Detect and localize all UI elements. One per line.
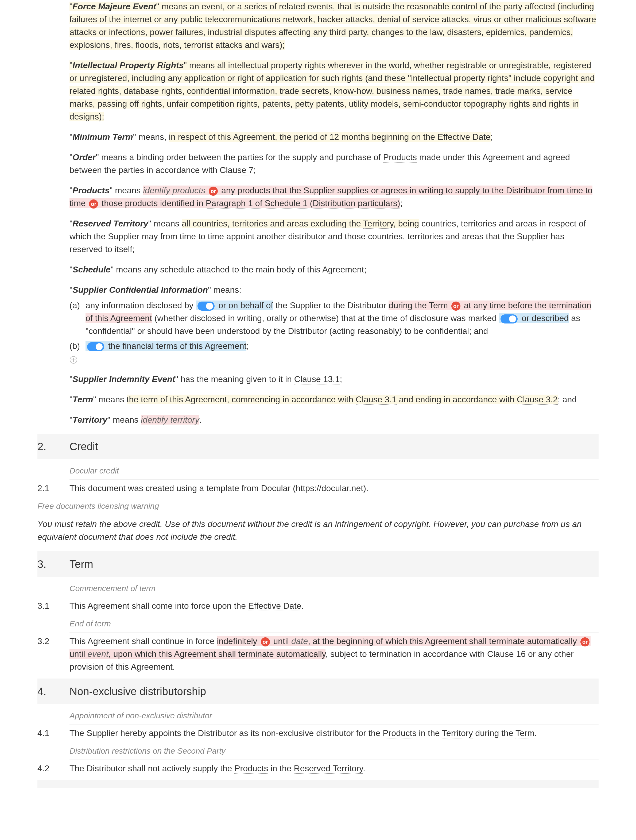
date-field[interactable]: date [291, 636, 308, 646]
def-body: " means any schedule attached to the mai… [111, 265, 367, 274]
definition-term: "Term" means the term of this Agreement,… [38, 393, 598, 406]
products-link[interactable]: Products [383, 728, 416, 738]
section-note: Distribution restrictions on the Second … [38, 745, 598, 757]
def-term: Supplier Confidential Information [72, 285, 208, 295]
clause-3-1-link[interactable]: Clause 3.1 [356, 395, 397, 405]
sci-item-a: (a) any information disclosed by or on b… [69, 299, 598, 337]
divider [69, 597, 598, 597]
section-2-header: 2. Credit [38, 434, 598, 459]
event-field[interactable]: event [88, 649, 109, 659]
or-badge[interactable]: or [89, 199, 98, 208]
section-number: 3. [38, 556, 69, 572]
clause-3-1: 3.1 This Agreement shall come into force… [38, 599, 598, 612]
def-term: Products [72, 186, 110, 195]
identify-territory-field[interactable]: identify territory [141, 415, 199, 425]
or-badge[interactable]: or [261, 637, 270, 646]
territory-link[interactable]: Territory [442, 728, 473, 738]
clause-4-1: 4.1 The Supplier hereby appoints the Dis… [38, 726, 598, 739]
def-term: Schedule [72, 265, 110, 274]
clause-content: This document was created using a templa… [69, 482, 598, 494]
definition-ip-rights: "Intellectual Property Rights" means all… [38, 59, 598, 123]
section-note: Docular credit [38, 465, 598, 477]
toggle-switch[interactable] [87, 342, 104, 351]
def-term: Order [72, 152, 96, 162]
or-badge[interactable]: or [581, 637, 589, 646]
reserved-territory-link[interactable]: Reserved Territory [294, 764, 363, 774]
sci-item-b: (b) the financial terms of this Agreemen… [69, 339, 598, 352]
divider [38, 515, 598, 515]
section-title: Term [69, 556, 93, 572]
clause-number: 4.2 [38, 762, 69, 775]
section-number: 4. [38, 683, 69, 699]
clause-number: 2.1 [38, 482, 69, 494]
section-note: Appointment of non-exclusive distributor [38, 709, 598, 722]
definition-supplier-indemnity: "Supplier Indemnity Event" has the meani… [38, 373, 598, 385]
clause-13-1-link[interactable]: Clause 13.1 [294, 374, 340, 384]
definition-supplier-ci: "Supplier Confidential Information" mean… [38, 283, 598, 296]
clause-3-2-link[interactable]: Clause 3.2 [517, 395, 558, 405]
definition-minimum-term: "Minimum Term" means, in respect of this… [38, 131, 598, 143]
divider [69, 479, 598, 480]
clause-4-2: 4.2 The Distributor shall not actively s… [38, 762, 598, 775]
definition-reserved-territory: "Reserved Territory" means all countries… [38, 217, 598, 256]
section-3-header: 3. Term [38, 551, 598, 577]
section-title: Credit [69, 439, 98, 455]
definition-schedule: "Schedule" means any schedule attached t… [38, 263, 598, 276]
or-badge[interactable]: or [209, 186, 218, 196]
definition-territory: "Territory" means identify territory. [38, 413, 598, 426]
warning-title: Free documents licensing warning [38, 500, 598, 512]
toggle-switch[interactable] [501, 314, 518, 324]
definition-force-majeure: "Force Majeure Event" means an event, or… [38, 0, 598, 51]
def-term: Intellectual Property Rights [72, 60, 184, 70]
divider [69, 632, 598, 633]
section-4-header: 4. Non-exclusive distributorship [38, 679, 598, 704]
def-term: Force Majeure Event [72, 2, 156, 11]
def-term: Territory [72, 415, 107, 425]
toggle-switch[interactable] [197, 302, 214, 311]
list-marker: (b) [69, 339, 85, 352]
section-number: 2. [38, 439, 69, 455]
clause-number: 3.2 [38, 635, 69, 673]
or-badge[interactable]: or [451, 302, 460, 311]
divider [69, 759, 598, 760]
section-note: Commencement of term [38, 582, 598, 594]
clause-3-2: 3.2 This Agreement shall continue in for… [38, 635, 598, 673]
def-term: Minimum Term [72, 132, 133, 142]
products-link[interactable]: Products [383, 152, 417, 163]
clause-number: 3.1 [38, 599, 69, 612]
def-term: Supplier Indemnity Event [72, 374, 175, 384]
section-note: End of term [38, 617, 598, 630]
section-header-placeholder [38, 780, 598, 788]
def-term: Reserved Territory [72, 219, 148, 228]
definition-order: "Order" means a binding order between th… [38, 151, 598, 177]
definition-products: "Products" means identify products or an… [38, 184, 598, 210]
territory-link[interactable]: Territory [363, 219, 394, 229]
clause-7-link[interactable]: Clause 7 [220, 165, 253, 175]
effective-date-link[interactable]: Effective Date [248, 601, 301, 611]
term-link[interactable]: Term [515, 728, 534, 738]
identify-products-field[interactable]: identify products [143, 186, 205, 195]
def-term: Term [72, 395, 93, 404]
products-link[interactable]: Products [235, 764, 268, 774]
list-marker: (a) [69, 299, 85, 337]
divider [69, 724, 598, 725]
section-title: Non-exclusive distributorship [69, 683, 206, 699]
add-item-icon[interactable] [69, 356, 77, 364]
effective-date-link[interactable]: Effective Date [438, 132, 491, 142]
clause-number: 4.1 [38, 726, 69, 739]
warning-body: You must retain the above credit. Use of… [38, 518, 598, 543]
clause-2-1: 2.1 This document was created using a te… [38, 482, 598, 494]
clause-16-link[interactable]: Clause 16 [487, 649, 526, 659]
schedule-1-link[interactable]: Paragraph 1 of Schedule 1 (Distribution … [206, 198, 400, 208]
